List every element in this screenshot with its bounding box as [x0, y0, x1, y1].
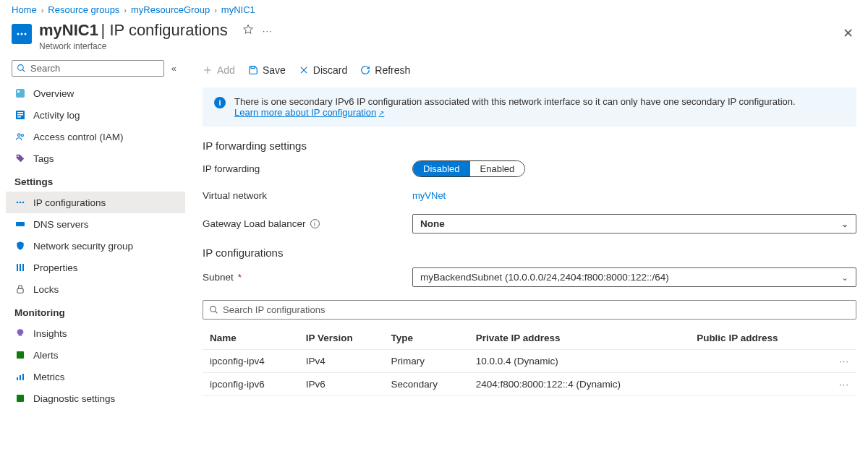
svg-point-1 [21, 33, 23, 35]
info-banner: i There is one secondary IPv6 IP configu… [203, 87, 856, 127]
sidebar-item-label: IP configurations [33, 197, 106, 208]
chevron-down-icon: ⌄ [841, 219, 848, 229]
sidebar-item-overview[interactable]: Overview [6, 82, 185, 104]
cell-public [689, 350, 822, 373]
external-link-icon: ↗ [378, 109, 384, 117]
ipconfig-search-placeholder: Search IP configurations [223, 304, 325, 315]
virtualnetwork-link[interactable]: myVNet [412, 190, 446, 201]
cell-name: ipconfig-ipv6 [203, 373, 299, 396]
close-icon[interactable]: ✕ [843, 25, 854, 41]
sidebar-item-label: Locks [33, 284, 59, 295]
gatewaylb-select[interactable]: None ⌄ [412, 214, 856, 234]
svg-rect-6 [17, 90, 20, 93]
main-content: Add Save Discard Refresh i There is one … [185, 57, 868, 418]
table-row[interactable]: ipconfig-ipv4 IPv4 Primary 10.0.0.4 (Dyn… [203, 350, 856, 373]
ipforwarding-toggle[interactable]: Disabled Enabled [412, 160, 525, 177]
iam-icon [14, 131, 26, 142]
sidebar-item-label: Tags [33, 153, 54, 164]
svg-point-2 [25, 33, 27, 35]
collapse-sidebar-icon[interactable]: « [169, 63, 179, 74]
table-row[interactable]: ipconfig-ipv6 IPv6 Secondary 2404:f800:8… [203, 373, 856, 396]
row-more-icon[interactable]: ··· [822, 350, 856, 373]
properties-icon [14, 262, 26, 273]
discard-button[interactable]: Discard [299, 64, 347, 76]
sidebar-search-input[interactable]: Search [12, 60, 164, 77]
svg-point-16 [22, 202, 25, 204]
sidebar-item-nsg[interactable]: Network security group [6, 235, 185, 257]
cell-private: 10.0.0.4 (Dynamic) [469, 350, 689, 373]
tags-icon [14, 153, 26, 164]
save-button[interactable]: Save [248, 64, 286, 76]
page-title: myNIC1 | IP configurations [39, 21, 228, 40]
ipconfig-table: Name IP Version Type Private IP address … [203, 327, 856, 396]
col-type[interactable]: Type [384, 327, 469, 350]
sidebar-item-iam[interactable]: Access control (IAM) [6, 126, 185, 147]
svg-line-33 [215, 311, 217, 313]
sidebar: Search « Overview Activity log Access co… [0, 57, 185, 418]
info-icon: i [214, 97, 226, 108]
sidebar-item-activitylog[interactable]: Activity log [6, 104, 185, 126]
sidebar-item-alerts[interactable]: Alerts [6, 344, 185, 366]
svg-rect-23 [17, 377, 18, 380]
chevron-right-icon: › [124, 6, 127, 14]
info-icon[interactable]: i [310, 219, 320, 228]
ipforwarding-enabled-option[interactable]: Enabled [470, 161, 525, 176]
diagnostic-icon [14, 393, 26, 404]
cell-type: Primary [384, 350, 469, 373]
col-private[interactable]: Private IP address [469, 327, 689, 350]
svg-point-14 [17, 202, 19, 204]
alerts-icon [14, 349, 26, 361]
breadcrumb-item[interactable]: Resource groups [48, 4, 119, 15]
breadcrumb: Home › Resource groups › myResourceGroup… [0, 0, 868, 18]
col-public[interactable]: Public IP address [689, 327, 822, 350]
info-banner-link[interactable]: Learn more about IP configuration↗ [234, 107, 384, 118]
svg-point-11 [18, 134, 21, 137]
sidebar-item-dnsservers[interactable]: DNS servers [6, 213, 185, 235]
breadcrumb-item[interactable]: Home [12, 4, 37, 15]
chevron-right-icon: › [41, 6, 44, 14]
info-banner-text: There is one secondary IPv6 IP configura… [234, 96, 796, 107]
subnet-select[interactable]: myBackendSubnet (10.0.0.0/24,2404:f800:8… [412, 267, 856, 287]
chevron-right-icon: › [214, 6, 217, 14]
col-version[interactable]: IP Version [299, 327, 384, 350]
page-header: myNIC1 | IP configurations ··· Network i… [0, 18, 868, 57]
col-name[interactable]: Name [203, 327, 299, 350]
cell-version: IPv6 [299, 373, 384, 396]
svg-rect-20 [22, 264, 24, 271]
virtualnetwork-label: Virtual network [203, 190, 412, 201]
lock-icon [14, 283, 26, 295]
sidebar-item-diagnostic[interactable]: Diagnostic settings [6, 387, 185, 409]
breadcrumb-item[interactable]: myNIC1 [221, 4, 255, 15]
breadcrumb-item[interactable]: myResourceGroup [131, 4, 210, 15]
svg-rect-10 [17, 116, 21, 118]
add-button[interactable]: Add [203, 64, 235, 76]
row-more-icon[interactable]: ··· [822, 373, 856, 396]
sidebar-item-metrics[interactable]: Metrics [6, 366, 185, 387]
sidebar-item-properties[interactable]: Properties [6, 257, 185, 278]
activitylog-icon [14, 109, 26, 121]
ipforwarding-disabled-option[interactable]: Disabled [413, 161, 470, 176]
sidebar-item-label: Insights [33, 328, 67, 339]
sidebar-group-monitoring: Monitoring [6, 300, 185, 322]
sidebar-item-ipconfigurations[interactable]: IP configurations [6, 192, 185, 213]
ipconfig-search-input[interactable]: Search IP configurations [203, 300, 856, 320]
chevron-down-icon: ⌄ [841, 273, 848, 283]
search-placeholder: Search [30, 63, 60, 74]
favorite-icon[interactable] [242, 24, 254, 38]
sidebar-item-locks[interactable]: Locks [6, 278, 185, 300]
subnet-label: Subnet * [203, 272, 412, 283]
sidebar-item-insights[interactable]: Insights [6, 322, 185, 344]
refresh-button[interactable]: Refresh [360, 64, 410, 76]
svg-rect-29 [251, 67, 255, 69]
sidebar-item-label: Properties [33, 262, 78, 273]
resource-type-label: Network interface [39, 41, 273, 51]
sidebar-item-label: Alerts [33, 350, 59, 361]
sidebar-item-label: Access control (IAM) [33, 132, 124, 142]
sidebar-item-tags[interactable]: Tags [6, 147, 185, 169]
cell-public [689, 373, 822, 396]
svg-point-3 [18, 65, 24, 71]
insights-icon [14, 327, 26, 339]
svg-rect-8 [17, 112, 23, 113]
svg-rect-22 [17, 351, 24, 359]
more-icon[interactable]: ··· [263, 25, 273, 36]
